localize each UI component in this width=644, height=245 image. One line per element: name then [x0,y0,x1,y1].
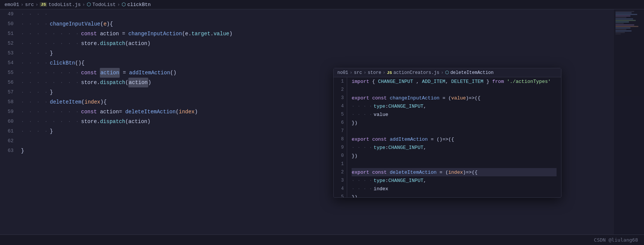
peek-func-icon: ⬡ [445,70,449,75]
peek-header: no01 › src › store › JS actionCreators.j… [334,68,561,77]
footer: CSDN @liulang68 [0,234,644,245]
peek-line-14: · · · · index [352,185,557,193]
code-line-49: · · · · [18,9,644,19]
class-icon: ⬡ [87,2,91,8]
peek-line-2 [352,86,557,94]
breadcrumb-folder: emo01 [5,2,19,8]
code-area: 49 50 51 52 53 54 55 56 57 58 59 60 61 6… [0,9,644,234]
func-icon: ⬡ [122,2,126,8]
peek-line-5: · · · · value [352,110,557,119]
breadcrumb: emo01 › src › JS todoList.js › ⬡ TodoLis… [0,0,644,9]
breadcrumb-class: TodoList [92,2,116,8]
peek-line-4: · · · · type : CHANGE_INPUT , [352,102,557,110]
code-line-54: · · · · clickBtn(){ [18,58,644,68]
peek-js-icon: JS [387,71,392,75]
peek-line-3: export const changeInputAction = ( value… [352,94,557,102]
breadcrumb-function: clickBtn [127,2,150,8]
peek-line-8: export const addItemAction = ()=>({ [352,135,557,143]
peek-line-7 [352,127,557,135]
peek-popup: no01 › src › store › JS actionCreators.j… [333,68,561,198]
editor: emo01 › src › JS todoList.js › ⬡ TodoLis… [0,0,644,245]
peek-code: 1 2 3 4 5 6 7 8 9 0 1 2 3 4 5 [334,77,561,197]
breadcrumb-file: todoList.js [48,2,81,8]
peek-line-13: · · · · type : CHANGE_INPUT , [352,176,557,185]
line-numbers: 49 50 51 52 53 54 55 56 57 58 59 60 61 6… [0,9,18,234]
js-icon: JS [40,2,47,7]
code-line-51: · · · · · · · · const action = changeInp… [18,29,644,39]
peek-line-numbers: 1 2 3 4 5 6 7 8 9 0 1 2 3 4 5 [334,77,347,197]
minimap [614,9,644,234]
peek-lines: import { CHANGE_INPUT , ADD_ITEM , DELET… [347,77,561,197]
peek-line-6: }) [352,119,557,127]
code-content: · · · · · · · · changeInputValue(e){ · ·… [18,9,644,234]
code-line-50: · · · · changeInputValue(e){ [18,19,644,29]
code-line-53: · · · · } [18,48,644,58]
peek-line-11 [352,160,557,168]
peek-line-10: }) [352,152,557,160]
code-line-52: · · · · · · · · store.dispatch(action) [18,39,644,48]
breadcrumb-src: src [25,2,34,8]
attribution-text: CSDN @liulang68 [594,237,638,243]
peek-line-1: import { CHANGE_INPUT , ADD_ITEM , DELET… [352,77,557,86]
peek-line-12-highlight: export const deleteItemAction = ( index … [352,168,557,176]
peek-line-9: · · · · type : CHANGE_INPUT , [352,143,557,152]
peek-line-15: }) [352,193,557,197]
